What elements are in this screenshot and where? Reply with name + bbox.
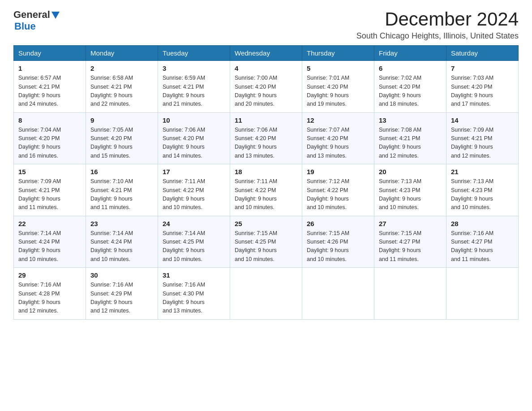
day-info: Sunrise: 7:09 AMSunset: 4:21 PMDaylight:…: [18, 177, 81, 212]
day-info: Sunrise: 7:09 AMSunset: 4:21 PMDaylight:…: [451, 126, 514, 161]
day-number: 21: [451, 168, 514, 176]
day-info: Sunrise: 7:01 AMSunset: 4:20 PMDaylight:…: [307, 74, 369, 109]
day-info: Sunrise: 7:03 AMSunset: 4:20 PMDaylight:…: [451, 74, 514, 109]
day-info: Sunrise: 7:04 AMSunset: 4:20 PMDaylight:…: [18, 126, 81, 161]
calendar-cell: [374, 268, 446, 320]
day-info: Sunrise: 7:06 AMSunset: 4:20 PMDaylight:…: [235, 126, 297, 161]
day-info: Sunrise: 7:05 AMSunset: 4:20 PMDaylight:…: [90, 126, 153, 161]
calendar-cell: 1Sunrise: 6:57 AMSunset: 4:21 PMDaylight…: [14, 61, 86, 113]
day-number: 14: [451, 116, 514, 124]
calendar-cell: 3Sunrise: 6:59 AMSunset: 4:21 PMDaylight…: [158, 61, 230, 113]
day-number: 9: [90, 116, 153, 124]
day-number: 16: [90, 168, 153, 176]
day-info: Sunrise: 7:13 AMSunset: 4:23 PMDaylight:…: [451, 177, 514, 212]
day-number: 26: [307, 220, 369, 227]
calendar-week-row: 29Sunrise: 7:16 AMSunset: 4:28 PMDayligh…: [14, 268, 519, 320]
header-wednesday: Wednesday: [230, 46, 302, 61]
calendar-cell: 14Sunrise: 7:09 AMSunset: 4:21 PMDayligh…: [446, 112, 519, 164]
day-number: 18: [235, 168, 297, 176]
calendar-cell: 26Sunrise: 7:15 AMSunset: 4:26 PMDayligh…: [302, 216, 374, 268]
calendar-cell: 27Sunrise: 7:15 AMSunset: 4:27 PMDayligh…: [374, 216, 446, 268]
logo-triangle-icon: [51, 12, 60, 19]
day-number: 25: [235, 220, 297, 227]
day-number: 20: [379, 168, 442, 176]
header-sunday: Sunday: [14, 46, 86, 61]
calendar-cell: [230, 268, 302, 320]
day-info: Sunrise: 7:08 AMSunset: 4:21 PMDaylight:…: [379, 126, 442, 161]
calendar-cell: 13Sunrise: 7:08 AMSunset: 4:21 PMDayligh…: [374, 112, 446, 164]
day-number: 31: [163, 271, 225, 279]
calendar-cell: 7Sunrise: 7:03 AMSunset: 4:20 PMDaylight…: [446, 61, 519, 113]
calendar-cell: 10Sunrise: 7:06 AMSunset: 4:20 PMDayligh…: [158, 112, 230, 164]
day-info: Sunrise: 7:12 AMSunset: 4:22 PMDaylight:…: [307, 177, 369, 212]
day-info: Sunrise: 7:11 AMSunset: 4:22 PMDaylight:…: [235, 177, 297, 212]
day-info: Sunrise: 6:57 AMSunset: 4:21 PMDaylight:…: [18, 74, 81, 109]
day-number: 23: [90, 220, 153, 227]
day-info: Sunrise: 7:07 AMSunset: 4:20 PMDaylight:…: [307, 126, 369, 161]
calendar-cell: 4Sunrise: 7:00 AMSunset: 4:20 PMDaylight…: [230, 61, 302, 113]
day-number: 5: [307, 64, 369, 72]
day-number: 11: [235, 116, 297, 124]
day-number: 29: [18, 271, 81, 279]
header-saturday: Saturday: [446, 46, 519, 61]
calendar-cell: 20Sunrise: 7:13 AMSunset: 4:23 PMDayligh…: [374, 164, 446, 216]
calendar-cell: 5Sunrise: 7:01 AMSunset: 4:20 PMDaylight…: [302, 61, 374, 113]
day-info: Sunrise: 7:14 AMSunset: 4:24 PMDaylight:…: [90, 229, 153, 264]
title-section: December 2024 South Chicago Heights, Ill…: [356, 9, 519, 41]
day-info: Sunrise: 7:16 AMSunset: 4:27 PMDaylight:…: [451, 229, 514, 264]
calendar-cell: 12Sunrise: 7:07 AMSunset: 4:20 PMDayligh…: [302, 112, 374, 164]
page-header: General Blue December 2024 South Chicago…: [13, 9, 519, 41]
calendar-cell: 21Sunrise: 7:13 AMSunset: 4:23 PMDayligh…: [446, 164, 519, 216]
day-info: Sunrise: 6:59 AMSunset: 4:21 PMDaylight:…: [163, 74, 225, 109]
svg-marker-0: [51, 12, 60, 19]
day-number: 27: [379, 220, 442, 227]
calendar-table: Sunday Monday Tuesday Wednesday Thursday…: [13, 45, 519, 320]
calendar-cell: 19Sunrise: 7:12 AMSunset: 4:22 PMDayligh…: [302, 164, 374, 216]
calendar-subtitle: South Chicago Heights, Illinois, United …: [356, 31, 519, 41]
day-info: Sunrise: 7:14 AMSunset: 4:25 PMDaylight:…: [163, 229, 225, 264]
day-number: 24: [163, 220, 225, 227]
day-number: 3: [163, 64, 225, 72]
calendar-week-row: 1Sunrise: 6:57 AMSunset: 4:21 PMDaylight…: [14, 61, 519, 113]
header-thursday: Thursday: [302, 46, 374, 61]
calendar-cell: 2Sunrise: 6:58 AMSunset: 4:21 PMDaylight…: [86, 61, 158, 113]
logo: General Blue: [13, 9, 60, 32]
calendar-cell: 6Sunrise: 7:02 AMSunset: 4:20 PMDaylight…: [374, 61, 446, 113]
day-number: 8: [18, 116, 81, 124]
day-info: Sunrise: 7:16 AMSunset: 4:30 PMDaylight:…: [163, 281, 225, 316]
day-info: Sunrise: 7:15 AMSunset: 4:25 PMDaylight:…: [235, 229, 297, 264]
day-info: Sunrise: 7:16 AMSunset: 4:28 PMDaylight:…: [18, 281, 81, 316]
header-friday: Friday: [374, 46, 446, 61]
day-number: 19: [307, 168, 369, 176]
calendar-cell: [302, 268, 374, 320]
calendar-cell: 31Sunrise: 7:16 AMSunset: 4:30 PMDayligh…: [158, 268, 230, 320]
day-number: 13: [379, 116, 442, 124]
logo-general-text: General: [13, 9, 50, 21]
day-number: 12: [307, 116, 369, 124]
day-number: 6: [379, 64, 442, 72]
calendar-title: December 2024: [356, 9, 519, 30]
day-number: 7: [451, 64, 514, 72]
calendar-cell: [446, 268, 519, 320]
day-number: 4: [235, 64, 297, 72]
day-info: Sunrise: 7:06 AMSunset: 4:20 PMDaylight:…: [163, 126, 225, 161]
calendar-week-row: 22Sunrise: 7:14 AMSunset: 4:24 PMDayligh…: [14, 216, 519, 268]
day-info: Sunrise: 7:11 AMSunset: 4:22 PMDaylight:…: [163, 177, 225, 212]
day-info: Sunrise: 6:58 AMSunset: 4:21 PMDaylight:…: [90, 74, 153, 109]
day-info: Sunrise: 7:15 AMSunset: 4:27 PMDaylight:…: [379, 229, 442, 264]
day-info: Sunrise: 7:13 AMSunset: 4:23 PMDaylight:…: [379, 177, 442, 212]
calendar-body: 1Sunrise: 6:57 AMSunset: 4:21 PMDaylight…: [14, 61, 519, 320]
calendar-week-row: 15Sunrise: 7:09 AMSunset: 4:21 PMDayligh…: [14, 164, 519, 216]
calendar-week-row: 8Sunrise: 7:04 AMSunset: 4:20 PMDaylight…: [14, 112, 519, 164]
calendar-cell: 23Sunrise: 7:14 AMSunset: 4:24 PMDayligh…: [86, 216, 158, 268]
day-number: 2: [90, 64, 153, 72]
day-info: Sunrise: 7:10 AMSunset: 4:21 PMDaylight:…: [90, 177, 153, 212]
calendar-cell: 18Sunrise: 7:11 AMSunset: 4:22 PMDayligh…: [230, 164, 302, 216]
day-number: 30: [90, 271, 153, 279]
calendar-cell: 25Sunrise: 7:15 AMSunset: 4:25 PMDayligh…: [230, 216, 302, 268]
day-info: Sunrise: 7:02 AMSunset: 4:20 PMDaylight:…: [379, 74, 442, 109]
calendar-cell: 30Sunrise: 7:16 AMSunset: 4:29 PMDayligh…: [86, 268, 158, 320]
day-info: Sunrise: 7:00 AMSunset: 4:20 PMDaylight:…: [235, 74, 297, 109]
header-tuesday: Tuesday: [158, 46, 230, 61]
day-number: 28: [451, 220, 514, 227]
